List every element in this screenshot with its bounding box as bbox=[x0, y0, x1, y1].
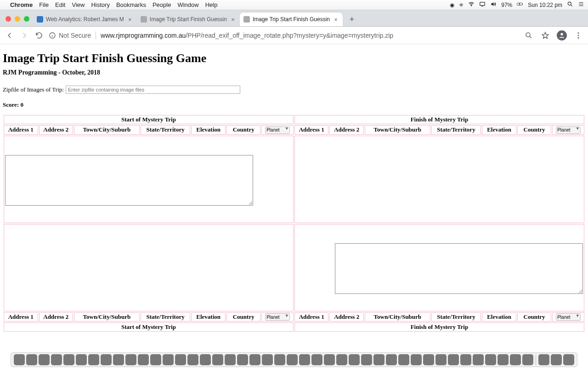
col-state[interactable]: State/Territory bbox=[431, 312, 481, 322]
status-icon[interactable]: ◉ bbox=[450, 2, 454, 8]
dock-app-icon[interactable] bbox=[51, 354, 62, 365]
menu-bookmarks[interactable]: Bookmarks bbox=[116, 1, 146, 8]
back-button[interactable] bbox=[5, 30, 15, 40]
new-tab-button[interactable]: + bbox=[345, 13, 358, 26]
col-state[interactable]: State/Territory bbox=[141, 125, 191, 135]
dock-app-icon[interactable] bbox=[138, 354, 149, 365]
planet-select-start-bottom[interactable]: Planet bbox=[265, 313, 290, 321]
menubar-clock[interactable]: Sun 10:22 pm bbox=[528, 2, 562, 8]
col-country[interactable]: Country bbox=[517, 125, 552, 135]
menu-view[interactable]: View bbox=[72, 1, 85, 8]
dock-app-icon[interactable] bbox=[101, 354, 112, 365]
dock-app-icon[interactable] bbox=[361, 354, 372, 365]
dock-app-icon[interactable] bbox=[398, 354, 409, 365]
col-country[interactable]: Country bbox=[226, 125, 261, 135]
volume-icon[interactable] bbox=[490, 1, 497, 9]
dock-app-icon[interactable] bbox=[510, 354, 521, 365]
address-bar[interactable]: Not Secure www.rjmprogramming.com.au/PHP… bbox=[49, 31, 519, 40]
minimize-window-button[interactable] bbox=[15, 16, 20, 22]
status-icon[interactable]: ✳︎ bbox=[459, 2, 464, 8]
col-elev[interactable]: Elevation bbox=[191, 125, 226, 135]
bookmark-star-icon[interactable] bbox=[540, 30, 550, 40]
col-country[interactable]: Country bbox=[517, 312, 552, 322]
menu-file[interactable]: File bbox=[39, 1, 49, 8]
wifi-icon[interactable] bbox=[468, 1, 475, 9]
dock-app-icon[interactable] bbox=[39, 354, 50, 365]
dock-trash-icon[interactable] bbox=[563, 354, 574, 365]
start-textarea-top[interactable] bbox=[5, 155, 253, 206]
menu-window[interactable]: Window bbox=[177, 1, 198, 8]
zoom-window-button[interactable] bbox=[24, 16, 29, 22]
reload-button[interactable] bbox=[34, 30, 44, 40]
dock-app-icon[interactable] bbox=[538, 354, 549, 365]
menubar-app-name[interactable]: Chrome bbox=[10, 1, 33, 8]
col-state[interactable]: State/Territory bbox=[141, 312, 191, 322]
dock-app-icon[interactable] bbox=[175, 354, 186, 365]
dock-app-icon[interactable] bbox=[76, 354, 87, 365]
dock-app-icon[interactable] bbox=[14, 354, 25, 365]
dock-app-icon[interactable] bbox=[88, 354, 99, 365]
dock-app-icon[interactable] bbox=[373, 354, 384, 365]
menu-history[interactable]: History bbox=[91, 1, 109, 8]
forward-button[interactable] bbox=[19, 30, 29, 40]
dock-app-icon[interactable] bbox=[423, 354, 434, 365]
dock-app-icon[interactable] bbox=[274, 354, 285, 365]
col-town[interactable]: Town/City/Suburb bbox=[74, 125, 140, 135]
col-country[interactable]: Country bbox=[226, 312, 261, 322]
dock-app-icon[interactable] bbox=[225, 354, 236, 365]
finish-textarea-bottom[interactable] bbox=[335, 243, 583, 294]
col-town[interactable]: Town/City/Suburb bbox=[365, 125, 430, 135]
col-address1[interactable]: Address 1 bbox=[4, 312, 38, 322]
col-elev[interactable]: Elevation bbox=[482, 125, 516, 135]
dock-app-icon[interactable] bbox=[485, 354, 496, 365]
planet-select-start-top[interactable]: Planet bbox=[265, 126, 290, 134]
dock-app-icon[interactable] bbox=[498, 354, 509, 365]
close-tab-icon[interactable]: × bbox=[333, 16, 339, 23]
dock-app-icon[interactable] bbox=[287, 354, 298, 365]
dock-app-icon[interactable] bbox=[187, 354, 198, 365]
dock-app-icon[interactable] bbox=[349, 354, 360, 365]
dock-app-icon[interactable] bbox=[299, 354, 310, 365]
dock-app-icon[interactable] bbox=[150, 354, 161, 365]
dock-app-icon[interactable] bbox=[435, 354, 447, 365]
dock-app-icon[interactable] bbox=[336, 354, 347, 365]
dock-app-icon[interactable] bbox=[237, 354, 248, 365]
spotlight-icon[interactable] bbox=[567, 1, 573, 9]
battery-icon[interactable] bbox=[517, 1, 523, 9]
dock-app-icon[interactable] bbox=[26, 354, 37, 365]
dock-app-icon[interactable] bbox=[386, 354, 397, 365]
dock-app-icon[interactable] bbox=[551, 354, 562, 365]
col-address1[interactable]: Address 1 bbox=[294, 312, 329, 322]
dock-app-icon[interactable] bbox=[473, 354, 484, 365]
tab-image-trip-2[interactable]: Image Trip Start Finish Guessin × bbox=[240, 12, 343, 26]
dock-app-icon[interactable] bbox=[311, 354, 322, 365]
col-address2[interactable]: Address 2 bbox=[39, 312, 74, 322]
close-tab-icon[interactable]: × bbox=[127, 16, 133, 23]
dock-app-icon[interactable] bbox=[249, 354, 260, 365]
tab-image-trip-1[interactable]: Image Trip Start Finish Guessin × bbox=[137, 12, 240, 26]
dock-app-icon[interactable] bbox=[63, 354, 74, 365]
close-tab-icon[interactable]: × bbox=[230, 16, 236, 23]
control-center-icon[interactable] bbox=[578, 1, 584, 9]
planet-select-finish-bottom[interactable]: Planet bbox=[556, 313, 581, 321]
dock-app-icon[interactable] bbox=[163, 354, 174, 365]
col-town[interactable]: Town/City/Suburb bbox=[365, 312, 430, 322]
col-address2[interactable]: Address 2 bbox=[329, 125, 364, 135]
planet-select-finish-top[interactable]: Planet bbox=[556, 126, 581, 134]
col-address1[interactable]: Address 1 bbox=[294, 125, 329, 135]
dock-app-icon[interactable] bbox=[522, 354, 533, 365]
zoom-icon[interactable] bbox=[524, 30, 534, 40]
col-address2[interactable]: Address 2 bbox=[39, 125, 74, 135]
display-icon[interactable] bbox=[479, 1, 486, 9]
dock-app-icon[interactable] bbox=[460, 354, 471, 365]
tab-web-analytics[interactable]: Web Analytics: Robert James M × bbox=[33, 12, 137, 26]
profile-avatar-icon[interactable] bbox=[557, 30, 567, 40]
col-elev[interactable]: Elevation bbox=[482, 312, 516, 322]
dock-app-icon[interactable] bbox=[448, 354, 459, 365]
close-window-button[interactable] bbox=[6, 16, 11, 22]
dock-app-icon[interactable] bbox=[200, 354, 211, 365]
dock-app-icon[interactable] bbox=[125, 354, 136, 365]
col-address1[interactable]: Address 1 bbox=[4, 125, 38, 135]
dock-app-icon[interactable] bbox=[262, 354, 273, 365]
col-address2[interactable]: Address 2 bbox=[329, 312, 364, 322]
